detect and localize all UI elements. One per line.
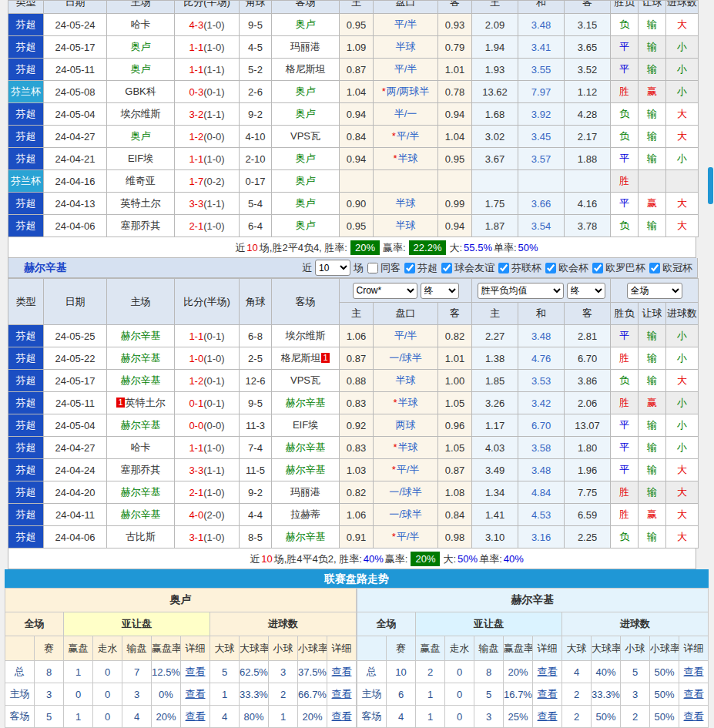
- trend-value: 2: [416, 661, 445, 683]
- ah-away-odds: [438, 170, 472, 193]
- column-header: 日期: [44, 1, 107, 14]
- away-team[interactable]: 格尼斯坦: [286, 63, 326, 75]
- league-filter-checkbox[interactable]: [441, 263, 452, 273]
- handicap-cell: 半球: [374, 370, 438, 392]
- ah-away-odds: 0.93: [438, 14, 472, 36]
- date-cell: 24-04-16: [44, 170, 107, 193]
- view-details-link[interactable]: 查看: [538, 666, 558, 677]
- score-cell: 1-1(1-1): [175, 59, 240, 81]
- view-details-link[interactable]: 查看: [186, 666, 206, 677]
- away-team[interactable]: 玛丽港: [290, 41, 320, 52]
- away-team[interactable]: VPS瓦: [290, 374, 320, 386]
- home-team[interactable]: 奥卢: [131, 63, 151, 75]
- view-details-link[interactable]: 查看: [538, 688, 558, 699]
- view-details-link[interactable]: 查看: [684, 666, 704, 677]
- score-cell: 0-0(0-0): [175, 414, 240, 437]
- away-team[interactable]: 赫尔辛基: [286, 441, 326, 453]
- home-team[interactable]: 塞那乔其: [121, 464, 161, 475]
- home-team[interactable]: EIF埃: [128, 153, 153, 164]
- league-cell: 芬超: [8, 126, 44, 148]
- view-details-link[interactable]: 查看: [332, 710, 352, 722]
- view-details-link[interactable]: 查看: [186, 710, 206, 722]
- euro-odds-select[interactable]: 胜平负均值: [478, 283, 564, 299]
- trend-value: 4: [387, 706, 416, 728]
- euro-home-odds: 2.27: [472, 325, 518, 347]
- view-details-link[interactable]: 查看: [186, 688, 206, 699]
- home-team[interactable]: 哈卡: [131, 441, 151, 453]
- home-team[interactable]: 奥卢: [131, 41, 151, 52]
- away-team[interactable]: VPS瓦: [290, 130, 320, 142]
- fulltime-score: 2-1: [189, 220, 203, 232]
- away-team[interactable]: EIF埃: [293, 419, 318, 431]
- ah-home-odds: 0.92: [340, 414, 374, 437]
- view-link-cell: 查看: [533, 661, 562, 683]
- away-team[interactable]: 奥卢: [296, 175, 316, 186]
- scope-select[interactable]: 全场: [627, 283, 682, 299]
- away-team[interactable]: 拉赫蒂: [290, 508, 320, 520]
- home-team[interactable]: 塞那乔其: [121, 220, 161, 231]
- date-cell: 24-05-04: [44, 103, 107, 126]
- goals-cell: 小: [666, 59, 699, 81]
- home-team[interactable]: 赫尔辛基: [121, 330, 161, 341]
- bookmaker-select[interactable]: Crow*: [353, 283, 417, 299]
- home-team[interactable]: 哈卡: [131, 18, 151, 30]
- handicap-result-cell: 输: [639, 414, 666, 437]
- league-filter-checkbox[interactable]: [498, 263, 509, 273]
- halftime-score: (0-0): [203, 420, 224, 431]
- away-team[interactable]: 奥卢: [296, 197, 316, 209]
- trend-column-header: 小球: [621, 636, 650, 661]
- view-details-link[interactable]: 查看: [538, 710, 558, 722]
- away-team[interactable]: 奥卢: [296, 18, 316, 30]
- home-team[interactable]: 英特土尔: [121, 197, 161, 209]
- away-team[interactable]: 赫尔辛基: [286, 397, 326, 408]
- corner-cell: 0-17: [240, 170, 272, 193]
- view-details-link[interactable]: 查看: [332, 666, 352, 677]
- odds-time-select[interactable]: 终: [421, 283, 459, 299]
- home-team[interactable]: 奥卢: [131, 130, 151, 142]
- league-cell: 芬超: [8, 347, 44, 370]
- euro-home-odds: 1.38: [472, 347, 518, 370]
- away-team[interactable]: 埃尔维斯: [286, 330, 326, 341]
- euro-odds-time-select[interactable]: 终: [567, 283, 605, 299]
- match-row: 芬超24-05-04赫尔辛基0-0(0-0)11-3EIF埃0.92两球0.96…: [8, 414, 699, 437]
- away-team[interactable]: 奥卢: [296, 108, 316, 119]
- league-filter-checkbox[interactable]: [404, 263, 415, 273]
- home-team[interactable]: GBK科: [125, 86, 156, 97]
- away-team[interactable]: 玛丽港: [290, 486, 320, 498]
- home-team[interactable]: 赫尔辛基: [121, 419, 161, 431]
- view-link-cell: 查看: [181, 683, 210, 706]
- home-team[interactable]: 赫尔辛基: [121, 352, 161, 364]
- away-team[interactable]: 奥卢: [296, 86, 316, 97]
- column-header: 客: [565, 1, 611, 14]
- home-team[interactable]: 维奇亚: [126, 175, 156, 186]
- away-team[interactable]: 奥卢: [296, 220, 316, 231]
- recent-games-select[interactable]: 10: [315, 260, 350, 276]
- helsinki-team-link[interactable]: 赫尔辛基: [24, 261, 67, 275]
- same-venue-checkbox[interactable]: [367, 263, 378, 273]
- home-team[interactable]: 赫尔辛基: [121, 374, 161, 386]
- date-cell: 24-04-27: [44, 437, 107, 459]
- league-filter-checkbox[interactable]: [592, 263, 603, 273]
- view-details-link[interactable]: 查看: [684, 688, 704, 699]
- view-details-link[interactable]: 查看: [332, 688, 352, 699]
- scrollbar-thumb[interactable]: [708, 167, 713, 204]
- euro-away-odds: 3.86: [565, 370, 611, 392]
- league-filter-checkbox[interactable]: [545, 263, 556, 273]
- away-team[interactable]: 赫尔辛基: [286, 464, 326, 475]
- league-filter-checkbox[interactable]: [649, 263, 660, 273]
- trend-value: 25%: [504, 706, 533, 728]
- corner-cell: 5-4: [240, 193, 272, 215]
- home-team[interactable]: 古比斯: [126, 531, 156, 542]
- home-team[interactable]: 赫尔辛基: [121, 486, 161, 498]
- away-team[interactable]: 格尼斯坦: [280, 352, 320, 364]
- view-details-link[interactable]: 查看: [684, 710, 704, 722]
- home-team[interactable]: 英特土尔: [126, 397, 166, 408]
- euro-draw-odds: 4.84: [518, 481, 565, 504]
- ah-home-odds: 0.84: [340, 126, 374, 148]
- home-team[interactable]: 赫尔辛基: [121, 508, 161, 520]
- away-team[interactable]: 赫尔辛基: [286, 531, 326, 542]
- corner-cell: 6-8: [240, 325, 272, 347]
- home-team[interactable]: 埃尔维斯: [121, 108, 161, 119]
- away-team[interactable]: 奥卢: [296, 153, 316, 164]
- handicap-result-cell: 赢: [639, 193, 666, 215]
